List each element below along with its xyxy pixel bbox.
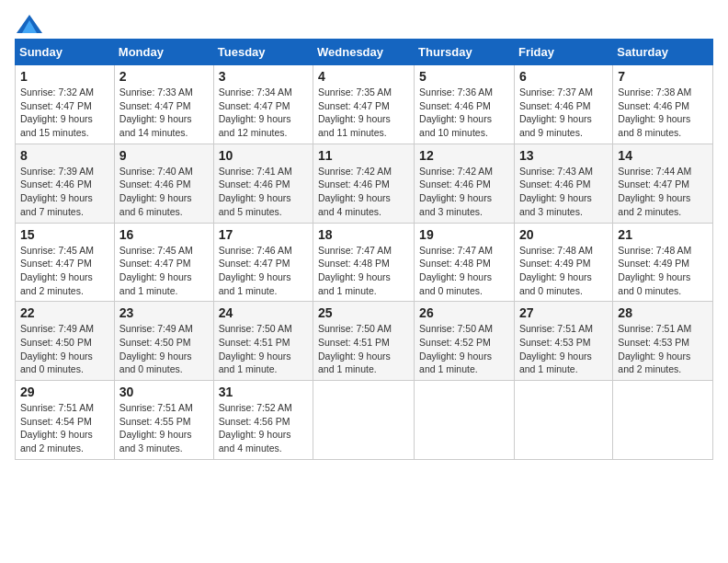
calendar-cell: 21 Sunrise: 7:48 AMSunset: 4:49 PMDaylig… — [613, 223, 713, 302]
day-number: 17 — [219, 227, 308, 242]
day-number: 31 — [219, 385, 308, 399]
day-number: 14 — [618, 148, 708, 163]
day-header-tuesday: Tuesday — [213, 40, 313, 65]
calendar-cell — [415, 381, 515, 460]
day-number: 26 — [419, 305, 509, 320]
calendar-cell: 29 Sunrise: 7:51 AMSunset: 4:54 PMDaylig… — [16, 381, 115, 460]
day-info: Sunrise: 7:42 AMSunset: 4:46 PMDaylight:… — [318, 165, 409, 219]
calendar-cell — [514, 381, 612, 460]
day-info: Sunrise: 7:48 AMSunset: 4:49 PMDaylight:… — [519, 244, 608, 298]
calendar-cell: 13 Sunrise: 7:43 AMSunset: 4:46 PMDaylig… — [514, 144, 612, 223]
day-number: 12 — [419, 148, 509, 163]
calendar-cell: 25 Sunrise: 7:50 AMSunset: 4:51 PMDaylig… — [313, 302, 415, 381]
day-number: 7 — [618, 69, 708, 84]
day-info: Sunrise: 7:50 AMSunset: 4:51 PMDaylight:… — [318, 322, 409, 376]
day-number: 3 — [219, 69, 308, 84]
calendar-cell: 15 Sunrise: 7:45 AMSunset: 4:47 PMDaylig… — [16, 223, 115, 302]
day-number: 21 — [618, 227, 708, 242]
day-header-monday: Monday — [114, 40, 213, 65]
calendar-cell: 18 Sunrise: 7:47 AMSunset: 4:48 PMDaylig… — [313, 223, 415, 302]
calendar-cell: 3 Sunrise: 7:34 AMSunset: 4:47 PMDayligh… — [213, 65, 313, 144]
day-number: 1 — [20, 69, 109, 84]
day-header-thursday: Thursday — [415, 40, 515, 65]
day-info: Sunrise: 7:38 AMSunset: 4:46 PMDaylight:… — [618, 86, 708, 140]
calendar-cell: 20 Sunrise: 7:48 AMSunset: 4:49 PMDaylig… — [514, 223, 612, 302]
day-number: 2 — [119, 69, 209, 84]
day-info: Sunrise: 7:39 AMSunset: 4:46 PMDaylight:… — [20, 165, 109, 219]
day-info: Sunrise: 7:50 AMSunset: 4:51 PMDaylight:… — [219, 322, 308, 376]
day-info: Sunrise: 7:52 AMSunset: 4:56 PMDaylight:… — [219, 401, 308, 455]
day-number: 13 — [519, 148, 608, 163]
calendar-cell: 11 Sunrise: 7:42 AMSunset: 4:46 PMDaylig… — [313, 144, 415, 223]
day-info: Sunrise: 7:51 AMSunset: 4:53 PMDaylight:… — [618, 322, 708, 376]
day-number: 11 — [318, 148, 409, 163]
day-number: 23 — [119, 305, 209, 320]
calendar-week-row: 22 Sunrise: 7:49 AMSunset: 4:50 PMDaylig… — [16, 302, 713, 381]
calendar-cell — [613, 381, 713, 460]
calendar-cell: 16 Sunrise: 7:45 AMSunset: 4:47 PMDaylig… — [114, 223, 213, 302]
day-info: Sunrise: 7:43 AMSunset: 4:46 PMDaylight:… — [519, 165, 608, 219]
day-info: Sunrise: 7:46 AMSunset: 4:47 PMDaylight:… — [219, 244, 308, 298]
day-number: 30 — [119, 385, 209, 399]
calendar-cell: 12 Sunrise: 7:42 AMSunset: 4:46 PMDaylig… — [415, 144, 515, 223]
calendar-week-row: 8 Sunrise: 7:39 AMSunset: 4:46 PMDayligh… — [16, 144, 713, 223]
day-info: Sunrise: 7:45 AMSunset: 4:47 PMDaylight:… — [20, 244, 109, 298]
day-number: 29 — [20, 385, 109, 399]
calendar-cell: 9 Sunrise: 7:40 AMSunset: 4:46 PMDayligh… — [114, 144, 213, 223]
day-number: 15 — [20, 227, 109, 242]
day-info: Sunrise: 7:33 AMSunset: 4:47 PMDaylight:… — [119, 86, 209, 140]
calendar-cell: 19 Sunrise: 7:47 AMSunset: 4:48 PMDaylig… — [415, 223, 515, 302]
day-number: 25 — [318, 305, 409, 320]
calendar-cell: 30 Sunrise: 7:51 AMSunset: 4:55 PMDaylig… — [114, 381, 213, 460]
day-number: 5 — [419, 69, 509, 84]
day-header-sunday: Sunday — [16, 40, 115, 65]
calendar-cell: 23 Sunrise: 7:49 AMSunset: 4:50 PMDaylig… — [114, 302, 213, 381]
day-info: Sunrise: 7:47 AMSunset: 4:48 PMDaylight:… — [419, 244, 509, 298]
day-info: Sunrise: 7:49 AMSunset: 4:50 PMDaylight:… — [119, 322, 209, 376]
day-info: Sunrise: 7:32 AMSunset: 4:47 PMDaylight:… — [20, 86, 109, 140]
day-info: Sunrise: 7:45 AMSunset: 4:47 PMDaylight:… — [119, 244, 209, 298]
calendar-cell — [313, 381, 415, 460]
calendar-cell: 8 Sunrise: 7:39 AMSunset: 4:46 PMDayligh… — [16, 144, 115, 223]
day-number: 16 — [119, 227, 209, 242]
logo-icon — [17, 15, 42, 33]
day-header-wednesday: Wednesday — [313, 40, 415, 65]
day-info: Sunrise: 7:41 AMSunset: 4:46 PMDaylight:… — [219, 165, 308, 219]
day-info: Sunrise: 7:50 AMSunset: 4:52 PMDaylight:… — [419, 322, 509, 376]
calendar-cell: 4 Sunrise: 7:35 AMSunset: 4:47 PMDayligh… — [313, 65, 415, 144]
calendar-cell: 1 Sunrise: 7:32 AMSunset: 4:47 PMDayligh… — [16, 65, 115, 144]
calendar-cell: 31 Sunrise: 7:52 AMSunset: 4:56 PMDaylig… — [213, 381, 313, 460]
day-number: 20 — [519, 227, 608, 242]
day-number: 10 — [219, 148, 308, 163]
day-number: 6 — [519, 69, 608, 84]
day-number: 28 — [618, 305, 708, 320]
calendar-cell: 17 Sunrise: 7:46 AMSunset: 4:47 PMDaylig… — [213, 223, 313, 302]
day-number: 27 — [519, 305, 608, 320]
day-info: Sunrise: 7:47 AMSunset: 4:48 PMDaylight:… — [318, 244, 409, 298]
calendar-cell: 10 Sunrise: 7:41 AMSunset: 4:46 PMDaylig… — [213, 144, 313, 223]
calendar-cell: 7 Sunrise: 7:38 AMSunset: 4:46 PMDayligh… — [613, 65, 713, 144]
day-info: Sunrise: 7:37 AMSunset: 4:46 PMDaylight:… — [519, 86, 608, 140]
day-number: 9 — [119, 148, 209, 163]
day-number: 4 — [318, 69, 409, 84]
day-info: Sunrise: 7:49 AMSunset: 4:50 PMDaylight:… — [20, 322, 109, 376]
calendar-week-row: 29 Sunrise: 7:51 AMSunset: 4:54 PMDaylig… — [16, 381, 713, 460]
calendar-cell: 24 Sunrise: 7:50 AMSunset: 4:51 PMDaylig… — [213, 302, 313, 381]
calendar-cell: 28 Sunrise: 7:51 AMSunset: 4:53 PMDaylig… — [613, 302, 713, 381]
day-info: Sunrise: 7:51 AMSunset: 4:53 PMDaylight:… — [519, 322, 608, 376]
day-info: Sunrise: 7:51 AMSunset: 4:54 PMDaylight:… — [20, 401, 109, 455]
day-info: Sunrise: 7:44 AMSunset: 4:47 PMDaylight:… — [618, 165, 708, 219]
day-header-friday: Friday — [514, 40, 612, 65]
day-number: 19 — [419, 227, 509, 242]
day-number: 24 — [219, 305, 308, 320]
calendar-header-row: SundayMondayTuesdayWednesdayThursdayFrid… — [16, 40, 713, 65]
calendar-table: SundayMondayTuesdayWednesdayThursdayFrid… — [15, 39, 713, 460]
calendar-cell: 27 Sunrise: 7:51 AMSunset: 4:53 PMDaylig… — [514, 302, 612, 381]
calendar-week-row: 1 Sunrise: 7:32 AMSunset: 4:47 PMDayligh… — [16, 65, 713, 144]
day-info: Sunrise: 7:51 AMSunset: 4:55 PMDaylight:… — [119, 401, 209, 455]
page-header — [15, 15, 713, 29]
day-header-saturday: Saturday — [613, 40, 713, 65]
calendar-cell: 2 Sunrise: 7:33 AMSunset: 4:47 PMDayligh… — [114, 65, 213, 144]
calendar-cell: 22 Sunrise: 7:49 AMSunset: 4:50 PMDaylig… — [16, 302, 115, 381]
calendar-week-row: 15 Sunrise: 7:45 AMSunset: 4:47 PMDaylig… — [16, 223, 713, 302]
